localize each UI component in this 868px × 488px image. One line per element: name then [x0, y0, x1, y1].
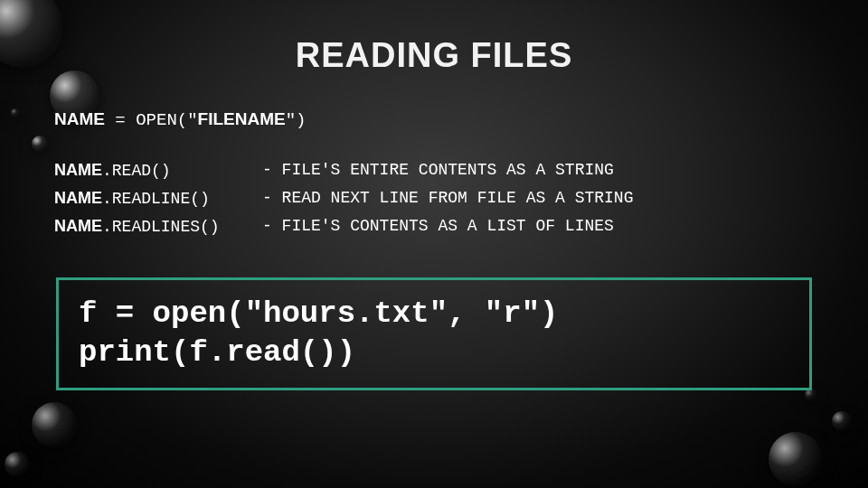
method-name: NAME — [54, 189, 102, 207]
code-line-2: print(f.read()) — [79, 333, 789, 372]
slide: READING FILES NAME = OPEN("FILENAME") NA… — [0, 0, 868, 488]
syntax-name: NAME — [54, 109, 105, 128]
code-line-1: f = open("hours.txt", "r") — [79, 295, 789, 333]
method-name: NAME — [54, 217, 102, 235]
methods-table: NAME.READ() - FILE'S ENTIRE CONTENTS AS … — [54, 161, 814, 236]
method-read: NAME.READ() — [54, 161, 262, 180]
syntax-filename: FILENAME — [198, 109, 286, 128]
code-example-box: f = open("hours.txt", "r") print(f.read(… — [56, 277, 812, 390]
method-readline-desc: - READ NEXT LINE FROM FILE AS A STRING — [262, 189, 814, 208]
method-call: .READLINE() — [102, 190, 210, 208]
method-readlines: NAME.READLINES() — [54, 217, 262, 236]
open-syntax-line: NAME = OPEN("FILENAME") — [54, 109, 814, 130]
method-name: NAME — [54, 161, 102, 179]
method-readlines-desc: - FILE'S CONTENTS AS A LIST OF LINES — [262, 217, 814, 236]
syntax-open-suffix: ") — [286, 110, 307, 130]
syntax-open-prefix: OPEN(" — [136, 110, 197, 130]
method-call: .READ() — [102, 162, 171, 180]
syntax-equals: = — [105, 110, 136, 130]
method-read-desc: - FILE'S ENTIRE CONTENTS AS A STRING — [262, 161, 814, 180]
method-call: .READLINES() — [102, 218, 220, 236]
method-readline: NAME.READLINE() — [54, 189, 262, 208]
slide-title: READING FILES — [54, 36, 814, 75]
